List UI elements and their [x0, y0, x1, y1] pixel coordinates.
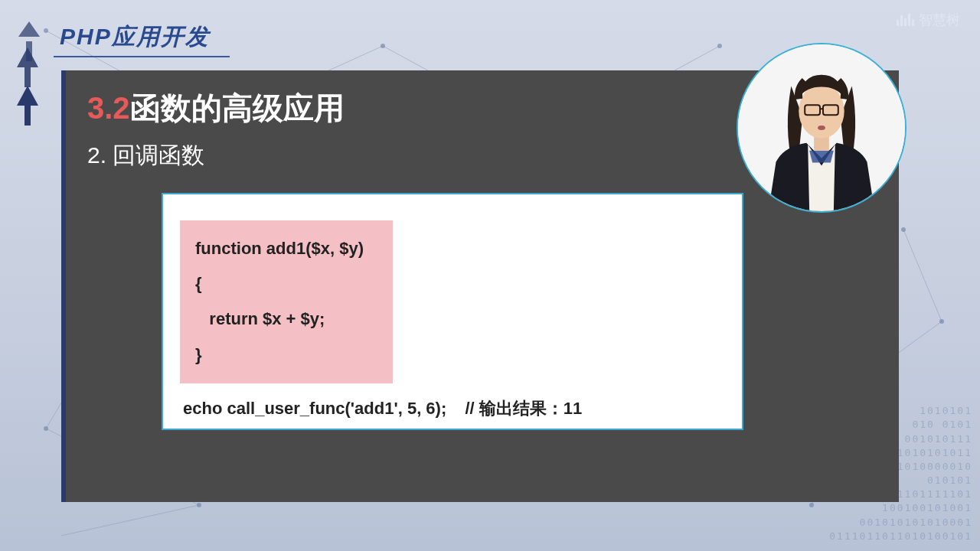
watermark: 智慧树	[897, 11, 960, 29]
svg-point-17	[44, 426, 48, 431]
watermark-bars-icon	[897, 14, 914, 26]
section-number: 3.2	[87, 91, 130, 125]
section-heading: 函数的高级应用	[130, 91, 345, 125]
code-function-definition: function add1($x, $y) { return $x + $y; …	[180, 220, 393, 383]
svg-line-9	[903, 230, 942, 321]
svg-point-13	[381, 44, 385, 48]
code-line: {	[195, 266, 377, 302]
svg-point-29	[818, 126, 825, 130]
code-line: function add1($x, $y)	[195, 231, 377, 266]
decorative-arrows	[17, 21, 38, 110]
svg-point-21	[901, 227, 906, 232]
watermark-text: 智慧树	[919, 11, 960, 29]
code-line: }	[195, 337, 377, 373]
code-call-line: echo call_user_func('add1', 5, 6); // 输出…	[180, 383, 725, 420]
svg-point-20	[939, 319, 944, 324]
svg-point-15	[717, 44, 722, 48]
presenter-avatar	[737, 43, 906, 213]
course-title: PHP应用开发	[60, 21, 230, 57]
code-line: return $x + $y;	[195, 302, 377, 337]
code-box: function add1($x, $y) { return $x + $y; …	[162, 193, 743, 430]
svg-point-18	[197, 503, 201, 507]
svg-line-7	[61, 505, 199, 536]
svg-point-11	[44, 28, 48, 33]
svg-point-22	[809, 503, 814, 507]
svg-point-25	[799, 84, 844, 139]
code-echo-call: echo call_user_func('add1', 5, 6);	[183, 399, 446, 418]
code-comment: // 输出结果：11	[451, 399, 582, 418]
